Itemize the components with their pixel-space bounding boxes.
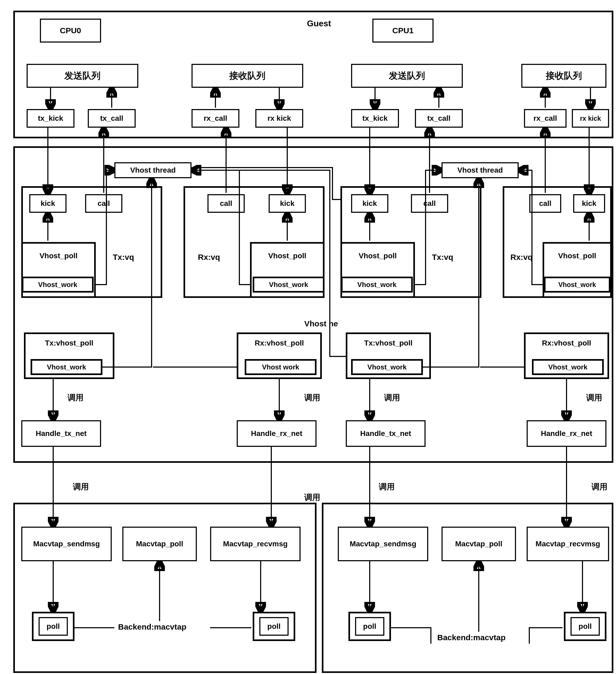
call-label-c2: 调用 [303, 492, 321, 503]
rx-vq-a-label: Rx:vq [197, 253, 221, 262]
tx-vq-a-work: Vhost_work [22, 276, 94, 293]
rx-vq-a-kick: kick [269, 194, 306, 213]
cpu1-box: CPU1 [372, 19, 434, 42]
tx-vq-a-call: call [85, 194, 122, 213]
vhost-ne-label: Vhost ne [303, 319, 339, 328]
rx-vq-b-call: call [529, 194, 561, 213]
handle-rx-net-b: Handle_rx_net [527, 420, 606, 447]
rx-vq-b-label: Rx:vq [509, 253, 533, 262]
macvtap-poll-a: Macvtap_poll [122, 527, 197, 561]
poll-box-b1: poll [355, 617, 384, 636]
rx-vq-a-work: Vhost_work [253, 276, 325, 293]
macvtap-sendmsg-a: Macvtap_sendmsg [21, 527, 112, 561]
tx-vq-b-work: Vhost_work [341, 276, 413, 293]
vhost-thread-a: Vhost thread [114, 162, 192, 178]
tx-vq-a-kick: kick [29, 194, 67, 213]
tx-vhost-poll-a-work: Vhost_work [31, 359, 102, 375]
handle-tx-net-a: Handle_tx_net [21, 420, 101, 447]
vhost-thread-b: Vhost thread [442, 162, 519, 178]
cpu0-box: CPU0 [40, 19, 101, 42]
macvtap-recvmsg-b: Macvtap_recvmsg [527, 527, 609, 561]
call-label-b2: 调用 [585, 392, 603, 403]
rx-vhost-poll-b-title: Rx:vhost_poll [542, 339, 591, 347]
tx-vq-b-call: call [411, 194, 448, 213]
send-queue-a: 发送队列 [27, 64, 138, 88]
tx-kick-b: tx_kick [351, 109, 399, 128]
recv-queue-b: 接收队列 [521, 64, 606, 88]
call-label-c1: 调用 [72, 481, 90, 492]
macvtap-poll-b: Macvtap_poll [442, 527, 516, 561]
tx-vq-b-kick: kick [351, 194, 388, 213]
send-queue-b: 发送队列 [351, 64, 463, 88]
rx-vq-b-kick: kick [573, 194, 605, 213]
guest-title: Guest [306, 19, 332, 28]
call-label-a1: 调用 [67, 392, 85, 403]
rx-vhost-poll-b-work: Vhost_work [532, 359, 604, 375]
backend-b: Backend:macvtap [436, 633, 507, 642]
rx-kick-b: rx kick [572, 109, 609, 128]
rx-vq-b-work: Vhost_work [544, 276, 610, 293]
handle-rx-net-a: Handle_rx_net [237, 420, 317, 447]
tx-vq-b-label: Tx:vq [431, 253, 454, 262]
tx-call-b: tx_call [415, 109, 463, 128]
tx-vhost-poll-a-title: Tx:vhost_poll [45, 339, 93, 347]
macvtap-recvmsg-a: Macvtap_recvmsg [210, 527, 300, 561]
call-label-c4: 调用 [591, 481, 609, 492]
rx-call-b: rx_call [524, 109, 567, 128]
call-label-a2: 调用 [303, 392, 321, 403]
backend-a: Backend:macvtap [117, 623, 188, 632]
poll-box-b2: poll [571, 617, 600, 636]
recv-queue-a: 接收队列 [192, 64, 303, 88]
rx-vhost-poll-a-work: Vhost work [245, 359, 317, 375]
rx-call-a: rx_call [192, 109, 239, 128]
tx-kick-a: tx_kick [27, 109, 75, 128]
poll-box-a2: poll [259, 617, 288, 636]
rx-vq-a-call: call [208, 194, 245, 213]
macvtap-sendmsg-b: Macvtap_sendmsg [338, 527, 428, 561]
tx-vhost-poll-b-title: Tx:vhost_poll [364, 339, 412, 347]
tx-vhost-poll-b-work: Vhost_work [351, 359, 423, 375]
rx-kick-a: rx kick [255, 109, 303, 128]
poll-box-a1: poll [38, 617, 68, 636]
handle-tx-net-b: Handle_tx_net [346, 420, 425, 447]
tx-call-a: tx_call [88, 109, 136, 128]
call-label-b1: 调用 [383, 392, 401, 403]
call-label-c3: 调用 [378, 481, 396, 492]
tx-vq-a-label: Tx:vq [112, 253, 135, 262]
rx-vhost-poll-a-title: Rx:vhost_poll [255, 339, 304, 347]
